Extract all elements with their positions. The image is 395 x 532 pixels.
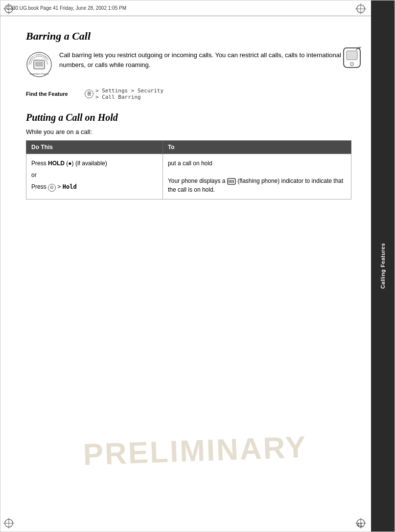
feature-table: Do This To Press HOLD (●) (if available)… bbox=[26, 140, 351, 200]
page-wrapper: C330.UG.book Page 41 Friday, June 28, 20… bbox=[0, 0, 395, 532]
svg-text:Dependent Feature: Dependent Feature bbox=[30, 73, 49, 75]
flashing-phone-icon bbox=[227, 178, 236, 185]
corner-mark-bl bbox=[3, 518, 14, 529]
col2-header: To bbox=[163, 141, 351, 154]
intro-text: Call barring lets you restrict outgoing … bbox=[59, 50, 351, 70]
table-cell-do: Press HOLD (●) (if available) or Press ⊙… bbox=[26, 154, 163, 200]
svg-rect-17 bbox=[35, 62, 43, 66]
section2-title: Putting a Call on Hold bbox=[26, 112, 351, 123]
sidebar-label: Calling Features bbox=[380, 243, 386, 289]
corner-mark-tr bbox=[355, 3, 366, 14]
header-text: C330.UG.book Page 41 Friday, June 28, 20… bbox=[6, 5, 126, 11]
network-subscription-icon: Network / Subscription Dependent Feature bbox=[26, 51, 52, 78]
find-feature-row: Find the Feature ☰ > Settings > Security… bbox=[26, 88, 351, 100]
corner-mark-tl bbox=[3, 3, 14, 14]
table-cell-to: put a call on hold Your phone displays a… bbox=[163, 154, 351, 200]
section1-title: Barring a Call bbox=[26, 30, 351, 43]
page-number: 41 bbox=[357, 522, 363, 528]
header-bar: C330.UG.book Page 41 Friday, June 28, 20… bbox=[0, 0, 395, 16]
main-content: Barring a Call Network / Subscription bbox=[16, 16, 366, 516]
sidebar: Calling Features bbox=[371, 0, 395, 532]
find-feature-path: ☰ > Settings > Security> Call Barring bbox=[85, 88, 163, 100]
table-row: Press HOLD (●) (if available) or Press ⊙… bbox=[26, 154, 351, 200]
find-feature-label: Find the Feature bbox=[26, 91, 80, 97]
or-text: or bbox=[31, 171, 158, 179]
path-text: > Settings > Security> Call Barring bbox=[95, 88, 163, 100]
intro-block: Network / Subscription Dependent Feature… bbox=[26, 50, 351, 78]
menu-circle-icon: ☰ bbox=[85, 89, 93, 98]
col1-header: Do This bbox=[26, 141, 163, 154]
while-text: While you are on a call: bbox=[26, 128, 351, 135]
